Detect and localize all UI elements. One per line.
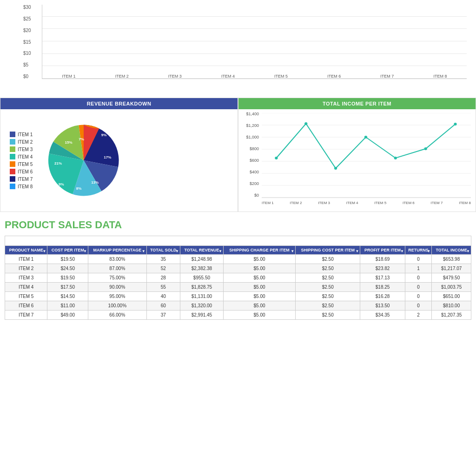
table-cell: 0 bbox=[405, 255, 431, 264]
legend-item-6: ITEM 6 bbox=[10, 169, 33, 174]
col-total-income[interactable]: TOTAL INCOME▼ bbox=[432, 246, 471, 255]
col-shipping-cost[interactable]: SHIPPING COST PER ITEM▼ bbox=[296, 246, 360, 255]
table-cell: ITEM 2 bbox=[5, 264, 47, 273]
bar-item6: ITEM 6 bbox=[308, 72, 361, 79]
table-cell: 83.00% bbox=[88, 255, 146, 264]
pie-svg: 9% 17% 13% 8% 9% 21% 15% 7% bbox=[42, 119, 126, 202]
table-cell: $2.50 bbox=[296, 273, 360, 283]
revenue-breakdown-title: REVENUE BREAKDOWN bbox=[0, 98, 238, 109]
filter-arrow-10: ▼ bbox=[466, 249, 470, 253]
table-cell: $479.50 bbox=[432, 273, 471, 283]
line-series bbox=[276, 124, 455, 168]
table-cell: $1,828.75 bbox=[180, 283, 223, 292]
legend-color-6 bbox=[10, 169, 15, 174]
pie-label-3: 9% bbox=[101, 133, 107, 137]
table-cell: ITEM 5 bbox=[5, 292, 47, 301]
product-table: PRODUCT REVENUE PRODUCT NAME▼ COST PER I… bbox=[5, 236, 471, 320]
legend-item-5: ITEM 5 bbox=[10, 161, 33, 167]
table-cell: 37 bbox=[146, 311, 180, 320]
pie-legend: ITEM 1 ITEM 2 ITEM 3 ITEM 4 ITEM 5 bbox=[10, 132, 33, 189]
table-cell: 66.00% bbox=[88, 311, 146, 320]
col-returns[interactable]: RETURNS▼ bbox=[405, 246, 431, 255]
table-cell: $49.00 bbox=[47, 311, 88, 320]
legend-color-8 bbox=[10, 184, 15, 189]
table-cell: $651.00 bbox=[432, 292, 471, 301]
table-cell: ITEM 1 bbox=[5, 255, 47, 264]
table-row: ITEM 1$19.5083.00%35$1,248.98$5.00$2.50$… bbox=[5, 255, 471, 264]
table-cell: 1 bbox=[405, 264, 431, 273]
line-y-axis: $0 $200 $400 $600 $800 $1,000 $1,200 $1,… bbox=[238, 112, 261, 198]
line-chart-container: $0 $200 $400 $600 $800 $1,000 $1,200 $1,… bbox=[238, 109, 476, 212]
product-sales-title: PRODUCT SALES DATA bbox=[5, 219, 471, 231]
bar-item5: ITEM 5 bbox=[255, 72, 308, 79]
line-dot-7 bbox=[454, 123, 456, 126]
bar-item7: ITEM 7 bbox=[361, 72, 414, 79]
product-sales-section: PRODUCT SALES DATA PRODUCT REVENUE PRODU… bbox=[0, 212, 476, 324]
table-cell: $2,991.45 bbox=[180, 311, 223, 320]
col-shipping-charge[interactable]: SHIPPING CHARGE PER ITEM▼ bbox=[224, 246, 296, 255]
col-cost-per-item[interactable]: COST PER ITEM▼ bbox=[47, 246, 88, 255]
legend-item-4: ITEM 4 bbox=[10, 154, 33, 159]
table-cell: $17.50 bbox=[47, 283, 88, 292]
filter-arrow-3: ▼ bbox=[142, 249, 145, 253]
table-cell: ITEM 4 bbox=[5, 283, 47, 292]
table-main-header: PRODUCT REVENUE bbox=[5, 236, 471, 246]
filter-arrow-8: ▼ bbox=[400, 249, 404, 253]
table-cell: 60 bbox=[146, 301, 180, 311]
filter-arrow-6: ▼ bbox=[291, 249, 294, 253]
table-cell: ITEM 7 bbox=[5, 311, 47, 320]
legend-item-1: ITEM 1 bbox=[10, 132, 33, 137]
col-total-revenue[interactable]: TOTAL REVENUE▼ bbox=[180, 246, 223, 255]
table-cell: $2,382.38 bbox=[180, 264, 223, 273]
table-cell: $1,207.35 bbox=[432, 311, 471, 320]
table-cell: $11.00 bbox=[47, 301, 88, 311]
y-axis: $0 $5 $10 $15 $20 $25 $30 bbox=[23, 5, 42, 79]
table-cell: $14.50 bbox=[47, 292, 88, 301]
table-cell: 95.00% bbox=[88, 292, 146, 301]
table-cell: $5.00 bbox=[224, 292, 296, 301]
charts-row: REVENUE BREAKDOWN ITEM 1 ITEM 2 ITEM 3 I… bbox=[0, 98, 476, 212]
table-cell: $810.00 bbox=[432, 301, 471, 311]
table-cell: $5.00 bbox=[224, 264, 296, 273]
col-product-name[interactable]: PRODUCT NAME▼ bbox=[5, 246, 47, 255]
pie-label-8: 21% bbox=[54, 161, 62, 165]
table-cell: $2.50 bbox=[296, 301, 360, 311]
table-cell: $5.00 bbox=[224, 255, 296, 264]
line-x-labels: ITEM 1 ITEM 2 ITEM 3 ITEM 4 ITEM 5 ITEM … bbox=[262, 201, 471, 205]
col-markup[interactable]: MARKUP PERCENTAGE▼ bbox=[88, 246, 146, 255]
bar-item3: ITEM 3 bbox=[148, 72, 201, 79]
pie-label-5: 13% bbox=[91, 180, 99, 185]
table-row: ITEM 2$24.5087.00%52$2,382.38$5.00$2.50$… bbox=[5, 264, 471, 273]
table-cell: 2 bbox=[405, 311, 431, 320]
table-row: ITEM 3$19.5075.00%28$955.50$5.00$2.50$17… bbox=[5, 273, 471, 283]
y-label-0: $0 bbox=[23, 74, 40, 79]
table-row: ITEM 4$17.5090.00%55$1,828.75$5.00$2.50$… bbox=[5, 283, 471, 292]
legend-item-7: ITEM 7 bbox=[10, 176, 33, 182]
pie-label-1: 15% bbox=[65, 140, 73, 145]
y-label-25: $25 bbox=[23, 16, 40, 21]
bar-item2: ITEM 2 bbox=[95, 72, 148, 79]
legend-label-8: ITEM 8 bbox=[18, 184, 33, 189]
table-cell: $5.00 bbox=[224, 311, 296, 320]
col-profit-per-item[interactable]: PROFIT PER ITEM▼ bbox=[360, 246, 405, 255]
table-cell: 35 bbox=[146, 255, 180, 264]
filter-arrow-7: ▼ bbox=[355, 249, 359, 253]
table-cell: $24.50 bbox=[47, 264, 88, 273]
table-cell: $17.13 bbox=[360, 273, 405, 283]
table-row: ITEM 7$49.0066.00%37$2,991.45$5.00$2.50$… bbox=[5, 311, 471, 320]
table-cell: ITEM 3 bbox=[5, 273, 47, 283]
table-cell: ITEM 6 bbox=[5, 301, 47, 311]
col-total-sold[interactable]: TOTAL SOLD▼ bbox=[146, 246, 180, 255]
table-cell: $955.50 bbox=[180, 273, 223, 283]
table-cell: 0 bbox=[405, 283, 431, 292]
table-cell: $13.50 bbox=[360, 301, 405, 311]
table-cell: $2.50 bbox=[296, 311, 360, 320]
table-cell: 90.00% bbox=[88, 283, 146, 292]
bar-item8: ITEM 8 bbox=[414, 72, 467, 79]
line-chart-svg bbox=[262, 113, 471, 199]
filter-arrow-1: ▼ bbox=[43, 249, 46, 253]
pie-label-2: 7% bbox=[79, 137, 84, 141]
filter-arrow-2: ▼ bbox=[83, 249, 87, 253]
table-body: ITEM 1$19.5083.00%35$1,248.98$5.00$2.50$… bbox=[5, 255, 471, 320]
line-dot-2 bbox=[304, 122, 307, 125]
